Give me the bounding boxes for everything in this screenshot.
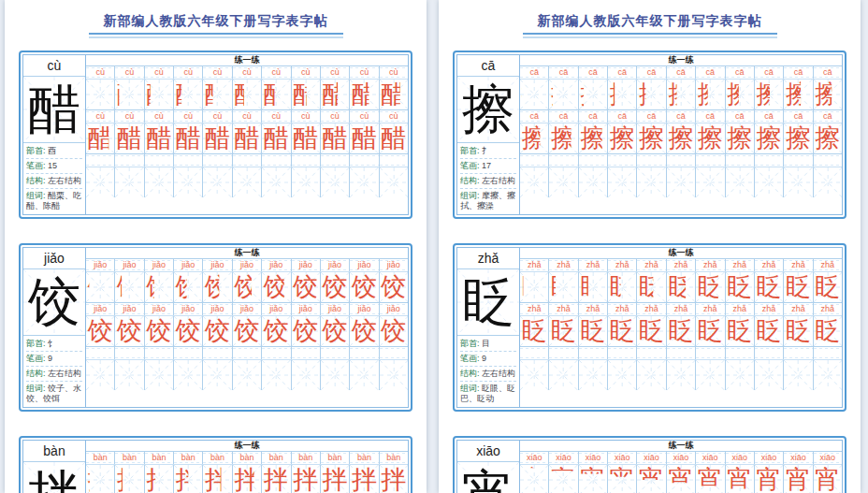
stroke-cell: 擦 — [578, 80, 607, 109]
practice-cell: 饺 — [320, 316, 349, 346]
stroke-cell: 擦 — [783, 80, 812, 109]
empty-cell — [666, 360, 695, 390]
stroke-cell: 眨 — [607, 272, 636, 302]
empty-cell — [783, 167, 812, 197]
practice-cell: 醋 — [349, 123, 378, 153]
stroke-cell: 饺 — [349, 272, 378, 302]
pinyin-row: bànbànbànbànbànbànbànbànbànbànbàn — [86, 452, 408, 465]
pinyin-label: cā — [457, 55, 519, 77]
pinyin-cell: zhǎ — [783, 303, 812, 315]
empty-pinyin-cell — [607, 154, 636, 167]
pinyin-cell: cù — [202, 66, 231, 79]
practice-cell: 醋 — [202, 123, 231, 153]
underline-dark — [523, 33, 777, 35]
empty-cell — [548, 360, 577, 390]
empty-cell — [291, 167, 320, 197]
pinyin-cell: zhǎ — [813, 259, 842, 271]
pinyin-label: bàn — [23, 441, 85, 462]
pinyin-cell: cā — [578, 66, 607, 79]
stroke-cell: 擦 — [666, 80, 695, 109]
model-character-box: 拌 — [23, 462, 85, 493]
practice-grid: 练一练bànbànbànbànbànbànbànbànbànbànbàn拌拌拌拌… — [86, 441, 408, 493]
character-summary: zhǎ眨部首: 目笔画: 9结构: 左右结构组词: 眨眼、眨巴、眨动 — [457, 248, 520, 407]
pinyin-cell: zhǎ — [578, 259, 607, 271]
practice-glyph: 饺 — [292, 316, 320, 346]
pinyin-cell: bàn — [291, 452, 320, 464]
rice-grid-guides — [784, 167, 812, 197]
info-line-组词: 组词: 摩擦、擦拭、擦澡 — [460, 189, 516, 213]
pinyin-cell: zhǎ — [725, 303, 754, 315]
practice-glyph: 醋 — [292, 123, 320, 153]
info-value: 目 — [482, 339, 490, 348]
practice-glyph: 拌 — [292, 465, 320, 493]
empty-pinyin-cell — [86, 154, 114, 167]
practice-cell: 饺 — [261, 316, 290, 346]
empty-pinyin-cell — [725, 347, 754, 359]
pinyin-cell: cā — [666, 66, 695, 79]
practice-glyph: 眨 — [814, 316, 842, 346]
practice-glyph: 醋 — [262, 123, 290, 153]
pinyin-cell: cā — [725, 66, 754, 79]
empty-cell — [261, 167, 290, 197]
stroke-row: 眨眨眨眨眨眨眨眨眨眨眨 — [520, 272, 842, 303]
pinyin-cell: cù — [320, 110, 349, 123]
stroke-row: 饺饺饺饺饺饺饺饺饺饺饺 — [86, 272, 408, 303]
page-right: 新部编人教版六年级下册写字表字帖 cā擦部首: 扌笔画: 17结构: 左右结构组… — [439, 0, 861, 493]
pinyin-cell: zhǎ — [548, 259, 577, 271]
stroke-cell: 饺 — [232, 272, 261, 302]
practice-grid: 练一练cùcùcùcùcùcùcùcùcùcùcù醋醋醋醋醋醋醋醋醋醋醋cùcù… — [86, 55, 408, 214]
rice-grid-guides — [520, 80, 548, 109]
practice-glyph: 眨 — [667, 316, 695, 346]
character-summary: bàn拌 — [23, 441, 86, 493]
practice-cell: 饺 — [144, 316, 173, 346]
stroke-cell: 拌 — [232, 465, 261, 493]
pinyin-cell: cù — [173, 110, 202, 123]
pinyin-cell: jiǎo — [320, 303, 349, 315]
empty-pinyin-cell — [754, 154, 783, 167]
empty-cell — [232, 167, 261, 197]
stroke-cell: 醋 — [349, 80, 378, 109]
info-line-结构: 结构: 左右结构 — [26, 174, 82, 189]
empty-pinyin-cell — [520, 347, 548, 359]
pinyin-cell: cù — [144, 66, 173, 79]
practice-cell: 醋 — [232, 123, 261, 153]
empty-cell — [232, 360, 261, 390]
stroke-cell: 眨 — [548, 272, 577, 302]
pinyin-cell: jiǎo — [320, 259, 349, 271]
practice-header: 练一练 — [86, 248, 408, 259]
character-summary: cù醋部首: 酉笔画: 15结构: 左右结构组词: 醋栗、吃醋、陈醋 — [23, 55, 86, 214]
practice-glyph: 醋 — [321, 123, 349, 153]
practice-glyph: 眨 — [696, 316, 724, 346]
rice-grid-guides — [755, 360, 783, 390]
empty-row — [86, 360, 408, 390]
empty-cell — [379, 167, 408, 197]
practice-cell: 眨 — [666, 316, 695, 346]
pinyin-cell: cā — [783, 110, 812, 123]
empty-pinyin-cell — [754, 347, 783, 359]
pinyin-cell: jiǎo — [349, 303, 378, 315]
block-inner: bàn拌练一练bànbànbànbànbànbànbànbànbànbànbàn… — [22, 440, 409, 493]
model-character: 醋 — [23, 77, 85, 142]
rice-grid-guides — [115, 167, 143, 197]
model-character: 饺 — [23, 269, 85, 335]
pinyin-cell: zhǎ — [666, 259, 695, 271]
rice-grid-guides — [292, 360, 320, 390]
practice-cell: 擦 — [754, 123, 783, 153]
pinyin-cell: cā — [754, 110, 783, 123]
info-label: 部首: — [460, 146, 482, 155]
practice-glyph: 眨 — [814, 272, 842, 302]
pinyin-cell: zhǎ — [725, 259, 754, 271]
rice-grid-guides — [667, 167, 695, 197]
stroke-cell: 擦 — [813, 80, 842, 109]
rice-grid-guides — [262, 360, 290, 390]
stroke-cell: 醋 — [261, 80, 290, 109]
practice-glyph: 宵 — [814, 465, 842, 493]
empty-cell — [86, 167, 114, 197]
pinyin-cell: zhǎ — [607, 259, 636, 271]
pinyin-cell: bàn — [349, 452, 378, 464]
stroke-row: 宵宵宵宵宵宵宵宵宵宵宵 — [520, 465, 842, 493]
pinyin-cell: xiāo — [520, 452, 548, 464]
empty-pinyin-row — [520, 154, 842, 167]
pinyin-cell: jiǎo — [291, 303, 320, 315]
stroke-cell: 眨 — [783, 272, 812, 302]
